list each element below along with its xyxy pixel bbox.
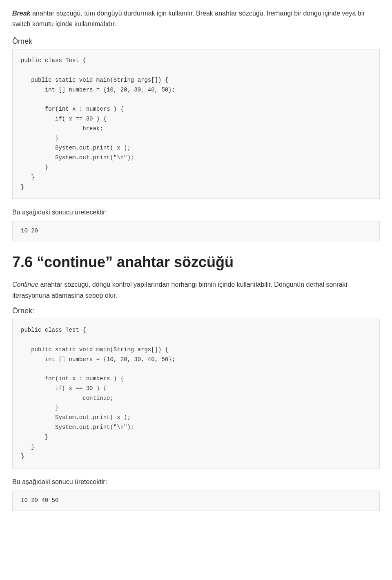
section1-output-block: 10 20 — [12, 221, 380, 241]
intro-text: anahtar sözcüğü, tüm döngüyü durdurmak i… — [12, 10, 365, 27]
section2-heading: 7.6 “continue” anahtar sözcüğü — [12, 254, 380, 271]
section2-code-block: public class Test { public static void m… — [12, 319, 380, 468]
section1-code-block: public class Test { public static void m… — [12, 49, 380, 199]
intro-paragraph: Break anahtar sözcüğü, tüm döngüyü durdu… — [12, 8, 380, 29]
break-keyword-bold: Break — [12, 10, 30, 17]
section2-label: Örnek: — [12, 307, 380, 315]
section2-output-block: 10 20 40 50 — [12, 491, 380, 511]
section1-label: Örnek — [12, 37, 380, 46]
section2-desc-rest: anahtar sözcüğü, döngü kontrol yapıların… — [12, 281, 347, 299]
continue-keyword-italic: Continue — [12, 281, 38, 288]
section2-desc: Continue anahtar sözcüğü, döngü kontrol … — [12, 279, 380, 301]
section1-output-label: Bu aşağıdaki sonucu üretecektir: — [12, 207, 380, 218]
section2-output-label: Bu aşağıdaki sonucu üretecektir: — [12, 477, 380, 487]
